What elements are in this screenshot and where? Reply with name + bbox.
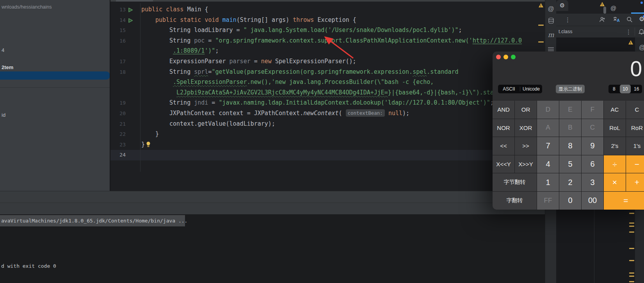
maven-icon[interactable]: m <box>545 31 557 39</box>
bell-icon[interactable] <box>639 28 644 36</box>
run-console[interactable]: avaVirtualMachines/jdk1.8.0_65.jdk/Conte… <box>0 214 545 283</box>
line-number: 20 <box>110 108 126 119</box>
calc-button[interactable]: B <box>559 119 581 137</box>
run-button[interactable] <box>128 7 133 12</box>
calc-button[interactable]: E <box>559 101 581 119</box>
calc-button[interactable]: 2 <box>559 173 581 191</box>
calc-button[interactable]: F <box>582 101 603 119</box>
code-token: "org.springframework.context.support.Cla… <box>215 37 472 44</box>
sidebar-selected-row[interactable] <box>0 71 110 80</box>
tab-ascii[interactable]: ASCII <box>498 86 520 92</box>
code-line: .1:8089/1')"; <box>173 46 219 56</box>
calc-button[interactable]: 6 <box>582 155 603 173</box>
calc-button[interactable]: 9 <box>582 137 603 155</box>
error-stripe-mark[interactable] <box>629 260 634 261</box>
calc-button[interactable]: 字翻转 <box>493 192 537 210</box>
code-token: = <box>251 58 261 65</box>
calc-button[interactable]: >> <box>515 137 537 155</box>
minimize-button[interactable] <box>503 55 508 59</box>
error-stripe-mark[interactable] <box>629 222 634 224</box>
calc-button[interactable]: XOR <box>515 119 537 137</box>
calc-button[interactable]: 8 <box>559 137 581 155</box>
calc-button[interactable]: RoL <box>604 119 626 137</box>
show-binary-button[interactable]: 显示二进制 <box>556 85 585 93</box>
sidebar-item[interactable]: id <box>2 112 5 118</box>
radix-16[interactable]: 16 <box>631 85 642 93</box>
error-stripe-mark[interactable] <box>629 213 634 214</box>
kebab-menu-icon[interactable]: ⋮ <box>626 29 632 35</box>
error-stripe-mark[interactable] <box>629 231 634 233</box>
sidebar-item[interactable]: 2tem <box>2 64 13 70</box>
error-stripe-mark[interactable] <box>629 272 634 274</box>
calc-button[interactable]: C <box>626 101 644 119</box>
settings-gear-icon[interactable]: ⚙ <box>639 16 644 22</box>
calc-button[interactable]: = <box>604 192 644 210</box>
error-stripe-mark[interactable] <box>629 248 634 249</box>
sidebar-item[interactable]: wnloads/hessianchains <box>2 4 52 10</box>
radix-10[interactable]: 10 <box>620 85 631 93</box>
close-button[interactable] <box>496 55 501 59</box>
run-button[interactable] <box>128 18 133 23</box>
code-line: JXPathContext context = JXPathContext.ne… <box>169 108 409 119</box>
search-icon[interactable] <box>626 16 633 23</box>
tab-unicode[interactable]: Unicode <box>520 86 542 92</box>
scrollbar-thumb[interactable] <box>603 7 606 14</box>
zoom-button[interactable] <box>511 55 516 59</box>
tab-t-class[interactable]: t.class <box>559 29 572 34</box>
calc-button[interactable]: A <box>537 119 559 137</box>
calc-button[interactable]: 1 <box>537 173 559 191</box>
calc-button[interactable]: 0 <box>559 192 581 210</box>
code-editor[interactable]: 13public class Main {14public static voi… <box>110 0 545 191</box>
code-line: String loadLibrary = " java.lang.System.… <box>169 25 462 36</box>
calc-button[interactable]: C <box>582 119 603 137</box>
calc-button[interactable]: X>>Y <box>515 155 537 173</box>
kebab-menu-icon[interactable]: ⋮ <box>565 17 571 23</box>
code-token: SpelExpressionParser(); <box>275 58 356 65</box>
calc-button[interactable]: 2's <box>604 137 626 155</box>
calc-button[interactable]: − <box>626 155 644 173</box>
calc-button[interactable]: 1's <box>626 137 644 155</box>
code-line: } <box>141 139 145 150</box>
toolbar-divider <box>635 28 635 36</box>
sidebar-item[interactable]: 4 <box>2 47 4 53</box>
calc-button[interactable]: D <box>537 101 559 119</box>
calc-button[interactable]: × <box>604 173 626 191</box>
calc-button[interactable]: FF <box>537 192 559 210</box>
error-stripe-mark[interactable] <box>629 226 634 227</box>
database-icon[interactable] <box>545 18 557 26</box>
error-stripe-mark[interactable] <box>538 25 544 26</box>
add-user-icon[interactable] <box>599 16 605 23</box>
code-token: sprl <box>194 68 208 75</box>
calc-button[interactable]: NOR <box>493 119 514 137</box>
at-icon: @ <box>639 44 644 51</box>
calc-button[interactable]: + <box>626 173 644 191</box>
calc-button[interactable]: 7 <box>537 137 559 155</box>
calc-button[interactable]: OR <box>515 101 537 119</box>
calc-button[interactable]: AC <box>604 101 626 119</box>
calc-button[interactable]: RoR <box>626 119 644 137</box>
notifications-at-icon[interactable]: @ <box>545 5 557 12</box>
console-line: avaVirtualMachines/jdk1.8.0_65.jdk/Conte… <box>1 215 187 226</box>
error-stripe-mark[interactable] <box>538 41 544 43</box>
at-icon[interactable]: @ <box>610 5 616 11</box>
calc-button[interactable]: << <box>493 137 514 155</box>
error-stripe-mark[interactable] <box>629 281 634 282</box>
line-number: 13 <box>110 4 126 15</box>
intention-bulb-icon[interactable] <box>146 141 151 149</box>
calculator-window[interactable]: 0 ASCII Unicode 显示二进制 8 10 16 ANDORDEFAC… <box>493 52 644 210</box>
code-token: .standard <box>427 68 458 75</box>
calc-button[interactable]: ÷ <box>604 155 626 173</box>
calc-button[interactable]: AND <box>493 101 514 119</box>
calc-button[interactable]: 字节翻转 <box>493 173 537 191</box>
warning-icon[interactable]: ! <box>539 3 543 7</box>
radix-8[interactable]: 8 <box>608 85 620 93</box>
error-stripe-mark[interactable] <box>629 276 634 277</box>
calc-button[interactable]: 3 <box>582 173 603 191</box>
code-line: context.getValue(loadLibrary); <box>169 119 275 129</box>
calc-button[interactable]: X<<Y <box>493 155 514 173</box>
calc-button[interactable]: 5 <box>559 155 581 173</box>
calc-button[interactable]: 00 <box>582 192 603 210</box>
settings-tab[interactable]: ⚙ <box>556 0 568 11</box>
translate-icon[interactable]: A <box>613 16 620 23</box>
calc-button[interactable]: 4 <box>537 155 559 173</box>
